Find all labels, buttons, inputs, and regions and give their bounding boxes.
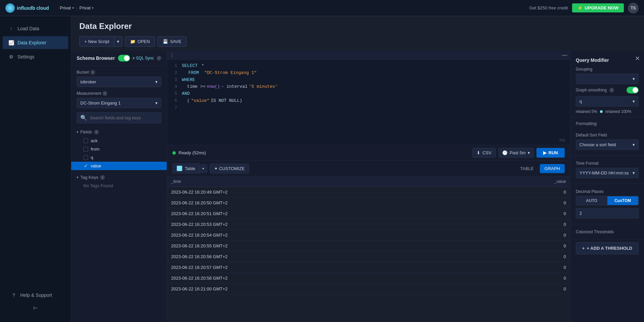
grouping-dropdown[interactable]: ▾ [576, 74, 639, 84]
open-button[interactable]: 📁 OPEN [125, 36, 155, 47]
page-title: Data Explorer [79, 22, 636, 31]
new-script-dropdown-button[interactable]: ▾ [114, 36, 122, 47]
fields-group-header[interactable]: ▾ Fields i [71, 127, 167, 136]
field-item-q[interactable]: q [71, 153, 167, 162]
col-header-value: _value [475, 176, 570, 187]
query-actions: ⬇ CSV 🕐 Past 5m ▾ ▶ RUN [472, 148, 565, 158]
tab-graph[interactable]: GRAPH [540, 164, 565, 173]
tag-keys-group-header[interactable]: ▾ Tag Keys i [71, 173, 167, 182]
breadcrumb-item-1[interactable]: Privat ▾ [60, 5, 74, 10]
bucket-dropdown[interactable]: iobroker ▾ [77, 77, 161, 87]
field-checkbox-from[interactable] [83, 147, 88, 152]
code-line-6: ("value" IS NOT NULL) [182, 97, 567, 105]
field-checkbox-ack[interactable] [83, 138, 88, 143]
ret100-dot [600, 110, 603, 113]
customize-button[interactable]: ✦ CUSTOMIZE [210, 164, 249, 173]
code-line-4: time >= now() - interval '5 minutes' [182, 83, 567, 90]
close-button[interactable]: ✕ [635, 55, 640, 62]
tag-keys-group: ▾ Tag Keys i No Tags Found [71, 171, 167, 191]
sidebar-collapse-button[interactable]: ⊢ [3, 302, 68, 314]
smoothing-toggle[interactable] [627, 87, 639, 93]
download-icon: ⬇ [477, 150, 480, 155]
tag-keys-info-icon[interactable]: i [100, 175, 105, 180]
cell-value: 0 [475, 262, 570, 273]
decimal-custom-button[interactable]: CusTOM [607, 196, 639, 205]
save-icon: 💾 [163, 39, 168, 44]
run-label: RUN [549, 150, 558, 155]
tag-keys-label: Tag Keys [80, 175, 98, 180]
measurement-label: Measurement i [77, 91, 161, 96]
run-button[interactable]: ▶ RUN [536, 148, 565, 158]
fields-info-icon[interactable]: i [94, 130, 99, 134]
sidebar-item-data-explorer[interactable]: 📈 Data Explorer [3, 36, 68, 49]
add-threshold-button[interactable]: + + ADD A THRESHOLD [576, 242, 639, 254]
nav-left: influxdb cloud Privat ▾ › Privat ▾ [5, 3, 93, 13]
ret5-label: retained 5% [576, 109, 597, 114]
sidebar-item-load-data[interactable]: ↑ Load Data [3, 22, 68, 35]
smoothing-info-icon[interactable]: i [609, 88, 614, 92]
cell-value: 0 [475, 284, 570, 294]
bucket-value: iobroker [80, 79, 96, 84]
logo-text: influxdb cloud [17, 5, 49, 11]
field-checkbox-value[interactable]: ✓ [83, 164, 88, 168]
sidebar-item-settings[interactable]: ⚙ Settings [3, 50, 68, 63]
code-line-3: WHERE [182, 77, 567, 84]
schema-title: Schema Browser [77, 55, 115, 61]
sidebar-label-help: Help & Support [20, 292, 52, 298]
nav-right: Get $250 free credit ⚡ UPGRADE NOW TS [529, 3, 639, 13]
csv-button[interactable]: ⬇ CSV [472, 148, 496, 158]
panel-title: Query Modifier [576, 57, 639, 63]
table-select[interactable]: Table [172, 163, 200, 173]
info-icon[interactable]: i [157, 56, 161, 61]
breadcrumb-item-2[interactable]: Privat ▾ [79, 5, 93, 10]
field-name-ack: ack [91, 138, 97, 143]
search-input[interactable] [90, 115, 158, 120]
collapse-icon: ⊢ [33, 305, 38, 311]
field-name-q: q [91, 155, 93, 160]
cell-time: 2023-06-22 16:20:51 GMT+2 [167, 208, 475, 219]
right-panel: ✕ Query Modifier Grouping ▾ Graph smooth… [570, 51, 644, 322]
cell-value: 0 [475, 251, 570, 262]
measurement-info-icon[interactable]: i [103, 91, 107, 96]
decimal-label: Decimal Places [576, 189, 639, 194]
decimal-input[interactable] [576, 208, 639, 218]
save-button[interactable]: 💾 SAVE [158, 36, 187, 47]
query-status: Ready (52ms) [172, 150, 206, 155]
table-dropdown-arrow[interactable]: ▾ [200, 164, 207, 173]
query-bar: Ready (52ms) ⬇ CSV 🕐 Past 5m ▾ [167, 145, 570, 161]
sql-sync-toggle[interactable] [118, 55, 130, 62]
smoothing-dropdown[interactable]: q ▾ [576, 96, 639, 107]
chevron-down-icon-3: ▾ [117, 39, 119, 44]
table-row: 2023-06-22 16:20:50 GMT+2 0 [167, 198, 570, 208]
chevron-down-icon-8: ▾ [528, 150, 530, 155]
measurement-dropdown[interactable]: DC-Strom Eingang 1 ▾ [77, 98, 161, 108]
time-select[interactable]: 🕐 Past 5m ▾ [498, 148, 534, 158]
time-format-dropdown[interactable]: YYYY-MM-DD HH:mm:ss ▾ [576, 168, 639, 178]
sidebar-label-settings: Settings [17, 54, 35, 59]
editor-collapse-button[interactable]: — [562, 52, 567, 58]
sort-field-dropdown[interactable]: Choose a sort field ▾ [576, 139, 639, 150]
tab-table[interactable]: TABLE [516, 164, 538, 173]
new-script-button[interactable]: + New Script [79, 36, 114, 47]
results-topbar: Table ▾ ✦ CUSTOMIZE TABLE [167, 161, 570, 176]
field-item-ack[interactable]: ack [71, 136, 167, 145]
cell-value: 0 [475, 219, 570, 230]
sidebar-item-help[interactable]: ? Help & Support [5, 289, 66, 301]
cell-value: 0 [475, 273, 570, 284]
table-row: 2023-06-22 16:21:00 GMT+2 0 [167, 284, 570, 294]
decimal-auto-button[interactable]: AUTO [576, 196, 607, 205]
time-format-section: Time Format YYYY-MM-DD HH:mm:ss ▾ [570, 156, 644, 184]
field-item-from[interactable]: from [71, 145, 167, 153]
open-label: OPEN [137, 39, 150, 44]
code-content[interactable]: SELECT * FROM "DC-Strom Eingang 1" WHERE… [179, 60, 570, 143]
cell-value: 0 [475, 241, 570, 251]
avatar[interactable]: TS [628, 3, 639, 13]
field-item-value[interactable]: ✓ value [71, 162, 167, 170]
field-checkbox-q[interactable] [83, 155, 88, 160]
cell-value: 0 [475, 208, 570, 219]
upgrade-button[interactable]: ⚡ UPGRADE NOW [572, 3, 624, 12]
colorized-label: Colorized Thresholds [576, 230, 639, 234]
top-nav: influxdb cloud Privat ▾ › Privat ▾ Get $… [0, 0, 644, 16]
thresholds-section: Colorized Thresholds [570, 224, 644, 239]
bucket-info-icon[interactable]: i [90, 70, 95, 75]
